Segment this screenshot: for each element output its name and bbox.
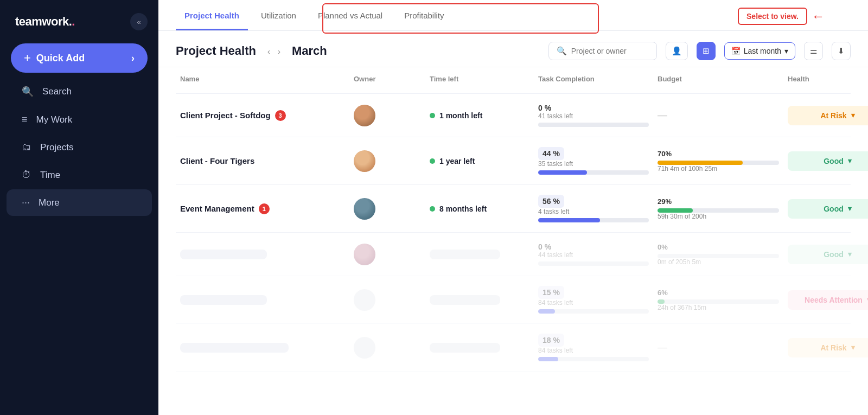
col-owner: Owner <box>349 73 425 89</box>
budget-detail: 0m of 205h 5m <box>658 258 779 266</box>
health-badge[interactable]: Good ▾ <box>788 199 868 219</box>
sidebar-item-projects[interactable]: 🗂 Projects <box>7 134 152 161</box>
progress-bar-background <box>538 261 649 266</box>
time-left-cell: 1 month left <box>425 109 534 122</box>
placeholder-name <box>180 343 289 353</box>
health-badge[interactable]: At Risk ▾ <box>788 338 868 357</box>
budget-cell: — <box>653 107 783 123</box>
quick-add-button[interactable]: + Quick Add › <box>11 43 148 73</box>
app-logo: teamwork.. <box>15 15 75 29</box>
health-label: At Risk <box>820 111 846 120</box>
date-filter-label: Last month <box>744 47 781 55</box>
progress-bar-fill <box>538 170 587 175</box>
budget-bar-fill <box>658 208 693 213</box>
plus-icon: + <box>24 51 31 65</box>
annotation-label: Select to view. <box>738 8 807 25</box>
tasks-left: 84 tasks left <box>538 347 649 354</box>
arrow-icon: › <box>131 53 135 64</box>
tab-profitability[interactable]: Profitability <box>395 0 452 30</box>
tab-planned-vs-actual[interactable]: Planned vs Actual <box>309 0 391 30</box>
task-percent: 0 % <box>538 104 649 112</box>
download-button[interactable]: ⬇ <box>832 42 851 60</box>
tab-project-health[interactable]: Project Health <box>176 0 248 30</box>
budget-dash: — <box>658 342 667 353</box>
time-left-cell: 1 year left <box>425 155 534 168</box>
status-dot <box>430 158 435 164</box>
tasks-left: 41 tasks left <box>538 112 649 120</box>
budget-bar-fill <box>658 299 665 304</box>
budget-bar-background <box>658 299 779 304</box>
col-health: Health <box>783 73 868 89</box>
project-search-box[interactable]: 🔍 <box>548 42 657 60</box>
owner-cell <box>349 148 425 174</box>
budget-cell: 70% 71h 4m of 100h 25m <box>653 148 783 175</box>
tab-utilization[interactable]: Utilization <box>252 0 305 30</box>
budget-detail: 71h 4m of 100h 25m <box>658 165 779 173</box>
time-left-cell <box>425 341 534 355</box>
table-row: 0 % 44 tasks left 0% 0m of 205h 5m Good <box>176 233 851 276</box>
user-filter-button[interactable]: 👤 <box>666 42 688 60</box>
task-percent: 15 % <box>538 286 564 299</box>
budget-percent: 70% <box>658 150 779 158</box>
next-month-button[interactable]: › <box>275 46 283 57</box>
table-row: Client - Four Tigers 1 year left 44 % 35… <box>176 137 851 185</box>
health-cell: At Risk ▾ <box>783 336 868 360</box>
col-time-left: Time left <box>425 73 534 89</box>
sidebar-item-more[interactable]: ··· More <box>7 189 152 216</box>
time-left-text: 8 months left <box>439 205 487 213</box>
health-label: Needs Attention <box>805 296 863 304</box>
task-completion-cell: 18 % 84 tasks left <box>534 331 653 363</box>
health-cell: Needs Attention ▾ <box>783 288 868 312</box>
annotation-arrow-icon: ← <box>812 9 825 24</box>
table-row: Event Management 1 8 months left 56 % 4 … <box>176 185 851 233</box>
budget-cell: 0% 0m of 205h 5m <box>653 241 783 268</box>
logo-dot: . <box>72 15 75 28</box>
sidebar-item-time[interactable]: ⏱ Time <box>7 162 152 188</box>
chevron-down-icon: ▾ <box>851 111 855 119</box>
placeholder-name <box>180 250 267 259</box>
budget-percent: 29% <box>658 197 779 206</box>
grid-view-button[interactable]: ⊞ <box>697 42 716 60</box>
filter-button[interactable]: ⚌ <box>804 42 823 60</box>
my-work-icon: ≡ <box>22 114 28 125</box>
project-search-input[interactable] <box>571 47 649 55</box>
time-placeholder <box>430 343 500 353</box>
task-percent: 18 % <box>538 334 564 347</box>
sidebar-item-search-label: Search <box>42 86 72 97</box>
owner-cell <box>349 241 425 267</box>
progress-bar-background <box>538 218 649 222</box>
sidebar-item-more-label: More <box>39 197 60 208</box>
health-label: Good <box>824 250 844 259</box>
health-badge[interactable]: At Risk ▾ <box>788 106 868 125</box>
health-cell: At Risk ▾ <box>783 104 868 127</box>
col-task-completion: Task Completion <box>534 73 653 89</box>
sidebar-item-projects-label: Projects <box>40 142 73 153</box>
budget-percent: 0% <box>658 243 779 251</box>
prev-month-button[interactable]: ‹ <box>265 46 273 57</box>
task-percent: 0 % <box>538 242 649 251</box>
chevron-down-icon: ▾ <box>851 343 855 352</box>
date-filter-button[interactable]: 📅 Last month ▾ <box>724 42 795 60</box>
avatar <box>354 105 375 126</box>
progress-bar-fill <box>538 218 600 222</box>
owner-cell <box>349 287 425 313</box>
month-navigation: ‹ › <box>265 46 283 57</box>
owner-cell <box>349 103 425 129</box>
page-header: Project Health ‹ › March 🔍 👤 ⊞ 📅 Last mo… <box>158 31 868 67</box>
health-badge[interactable]: Good ▾ <box>788 151 868 171</box>
sidebar-item-search[interactable]: 🔍 Search <box>7 78 152 105</box>
sidebar: teamwork.. « + Quick Add › 🔍 Search ≡ My… <box>0 0 158 415</box>
owner-cell <box>349 196 425 222</box>
tabs-bar: Project Health Utilization Planned vs Ac… <box>158 0 868 31</box>
health-badge[interactable]: Needs Attention ▾ <box>788 290 868 310</box>
health-badge[interactable]: Good ▾ <box>788 245 868 264</box>
sidebar-item-my-work[interactable]: ≡ My Work <box>7 106 152 133</box>
task-completion-cell: 0 % 44 tasks left <box>534 240 653 268</box>
chevron-down-icon: ▾ <box>784 47 788 55</box>
sidebar-nav: 🔍 Search ≡ My Work 🗂 Projects ⏱ Time ···… <box>0 77 158 217</box>
progress-bar-fill <box>538 309 555 314</box>
collapse-sidebar-button[interactable]: « <box>130 13 148 30</box>
health-label: Good <box>824 157 844 165</box>
project-name-cell <box>176 341 349 355</box>
budget-bar-background <box>658 161 779 165</box>
